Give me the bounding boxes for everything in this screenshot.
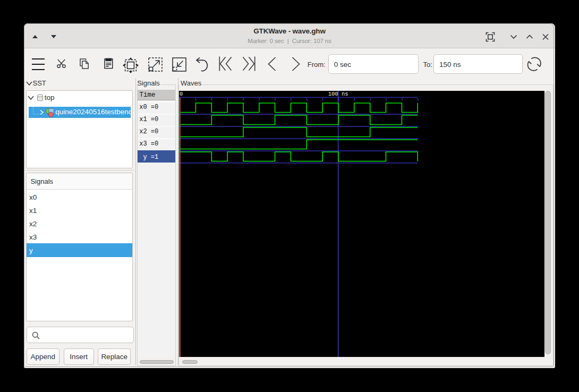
svg-text:0: 0: [180, 91, 183, 97]
